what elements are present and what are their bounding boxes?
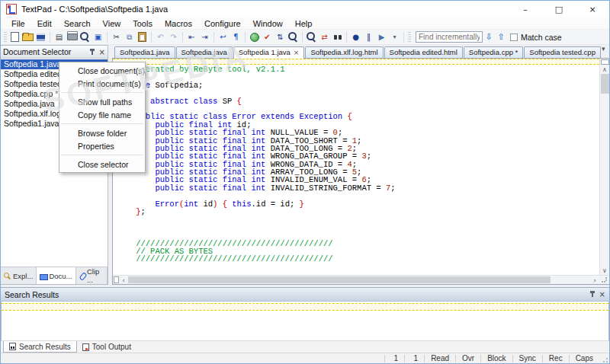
menu-tools[interactable]: Tools xyxy=(127,19,159,28)
menu-configure[interactable]: Configure xyxy=(198,19,247,28)
search-results-icon xyxy=(9,343,16,350)
open-file-icon[interactable] xyxy=(21,31,34,43)
search-results-content[interactable] xyxy=(1,302,609,340)
status-cell-sync[interactable]: Sync xyxy=(512,355,542,362)
horizontal-scroll-thumb[interactable] xyxy=(128,276,551,283)
search-results-title: Search Results xyxy=(5,290,59,299)
code-editor[interactable]: // Generated by ReByte tool, v2.1.1 pack… xyxy=(113,59,599,275)
vertical-scrollbar[interactable]: ∧ ∨ xyxy=(599,59,609,275)
close-button[interactable]: × xyxy=(576,1,609,18)
save-file-icon[interactable] xyxy=(34,31,47,43)
code-line: public static final int INVALID_STRING_F… xyxy=(117,184,599,192)
scroll-up-icon[interactable]: ∧ xyxy=(600,65,609,74)
split-window-handle[interactable] xyxy=(601,59,609,65)
document-tab[interactable]: Softpedia tested.cpp xyxy=(524,46,601,58)
context-menu-item[interactable]: Copy file name xyxy=(59,108,145,121)
find-next-icon[interactable]: ⇩ xyxy=(483,31,495,43)
document-tab-label: Softpedia.cpp * xyxy=(469,48,518,56)
menu-macros[interactable]: Macros xyxy=(159,19,198,28)
scroll-left-icon[interactable]: ‹ xyxy=(119,276,128,284)
match-case-checkbox[interactable] xyxy=(510,34,518,41)
compare-files-icon[interactable] xyxy=(287,31,300,43)
tab-close-icon[interactable]: × xyxy=(294,49,300,56)
output-tab[interactable]: Tool Output xyxy=(77,341,136,353)
minimize-button[interactable]: – xyxy=(509,1,542,18)
menu-search[interactable]: Search xyxy=(58,19,97,28)
results-pin-icon[interactable] xyxy=(589,291,596,298)
editor-column: Softpedia1.javaSoftpedia.javaSoftpedia 1… xyxy=(112,45,609,285)
menu-view[interactable]: View xyxy=(97,19,127,28)
close-icon[interactable]: × xyxy=(99,49,105,56)
status-cell-rec[interactable]: Rec xyxy=(542,355,569,362)
status-cell-block[interactable]: Block xyxy=(480,355,512,362)
context-menu-item[interactable]: Properties xyxy=(59,139,145,152)
print-preview-icon[interactable] xyxy=(79,31,92,43)
document-tab[interactable]: Softpedia edited.html xyxy=(384,46,463,58)
menu-help[interactable]: Help xyxy=(289,19,319,28)
find-icon[interactable] xyxy=(305,31,318,43)
document-tab[interactable]: Softpedia 1.java× xyxy=(233,46,305,59)
status-cell-read[interactable]: Read xyxy=(424,355,455,362)
replace-icon[interactable]: ⇄ xyxy=(318,31,331,43)
scroll-down-icon[interactable]: ∨ xyxy=(600,266,609,275)
editor-frame: // Generated by ReByte tool, v2.1.1 pack… xyxy=(112,58,609,285)
show-formatting-icon[interactable]: ¶ xyxy=(230,31,242,43)
context-menu-item[interactable]: Print document(s) xyxy=(59,77,145,90)
document-tab[interactable]: Softpedia.xlf.log.html xyxy=(305,46,383,58)
results-close-icon[interactable]: × xyxy=(599,291,605,298)
find-incrementally-input[interactable] xyxy=(416,31,483,43)
pin-icon[interactable] xyxy=(89,49,95,56)
copy-icon[interactable]: ⧉ xyxy=(123,31,136,43)
document-tab[interactable]: Softpedia.java xyxy=(176,46,233,58)
spell-check-icon[interactable]: ✔ xyxy=(261,31,274,43)
toolbar-grip[interactable] xyxy=(4,32,7,43)
document-tab-label: Softpedia edited.html xyxy=(390,48,458,56)
word-wrap-icon[interactable]: ↩ xyxy=(217,31,230,43)
context-menu-item[interactable]: Browse folder xyxy=(59,126,145,139)
tab-scroll-icon[interactable]: ▾ xyxy=(602,45,605,53)
output-tab[interactable]: Search Results xyxy=(3,341,77,353)
split-window-handle-h[interactable] xyxy=(114,276,119,283)
manage-files-icon[interactable]: ▤ xyxy=(53,31,66,43)
sidebar-tab[interactable]: Expl... xyxy=(1,267,37,284)
menu-edit[interactable]: Edit xyxy=(31,19,58,28)
document-tab[interactable]: Softpedia1.java xyxy=(114,46,175,58)
sidebar-tab[interactable]: Clip ... xyxy=(76,267,108,284)
maximize-button[interactable]: □ xyxy=(542,1,576,18)
find-in-files-icon[interactable] xyxy=(331,31,344,43)
find-previous-icon[interactable]: ⇧ xyxy=(495,31,507,43)
html-preview-icon[interactable] xyxy=(248,31,261,43)
context-menu-item[interactable]: Show full paths xyxy=(59,95,145,108)
status-cell-caps[interactable]: Caps xyxy=(569,355,599,362)
vertical-scroll-thumb[interactable] xyxy=(601,74,609,94)
browser-preview-icon[interactable]: ▣ xyxy=(92,31,104,43)
pause-macro-icon[interactable]: ‖ xyxy=(362,31,375,43)
document-tab[interactable]: Softpedia.cpp * xyxy=(464,46,523,58)
code-line: Error(int id) { this.id = id; } xyxy=(117,200,599,208)
sidebar-tab[interactable]: Docu... xyxy=(37,267,75,284)
paste-icon[interactable] xyxy=(136,31,149,43)
find-toolbar-grip[interactable] xyxy=(408,32,411,43)
new-document-icon[interactable] xyxy=(8,31,21,43)
record-macro-icon[interactable]: ● xyxy=(349,31,362,43)
sort-icon[interactable]: ⇅ xyxy=(274,31,287,43)
status-cell-ovr[interactable]: Ovr xyxy=(455,355,480,362)
cut-icon[interactable]: ✂ xyxy=(110,31,123,43)
scroll-right-icon[interactable]: › xyxy=(590,276,599,284)
results-marked-line xyxy=(2,303,608,311)
context-menu-item[interactable]: Close document(s) xyxy=(59,64,145,77)
horizontal-scrollbar[interactable]: ‹ › xyxy=(113,275,609,284)
title-bar: TextPad - C:\Softpedia\Softpedia 1.java … xyxy=(1,1,609,18)
redo-icon[interactable]: ↷ xyxy=(167,31,180,43)
shift-right-icon[interactable]: ⇥ xyxy=(198,31,211,43)
print-icon[interactable] xyxy=(66,31,79,43)
context-menu-item[interactable]: Close selector xyxy=(59,158,145,171)
code-line: package Softpedia; xyxy=(117,81,599,89)
menu-file[interactable]: File xyxy=(5,19,31,28)
window-resize-grip[interactable] xyxy=(599,354,608,363)
shift-left-icon[interactable]: ⇤ xyxy=(185,31,198,43)
undo-icon[interactable]: ↶ xyxy=(154,31,167,43)
play-macro-icon[interactable]: ▶ xyxy=(375,31,388,43)
toolbar-overflow-icon[interactable]: ▾ xyxy=(388,31,401,43)
menu-window[interactable]: Window xyxy=(247,19,289,28)
